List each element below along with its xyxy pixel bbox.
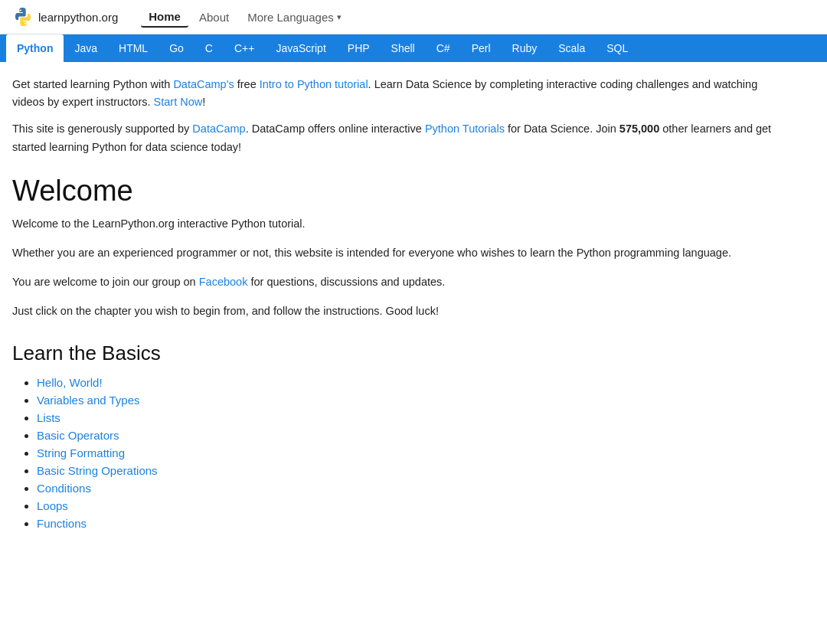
list-item: Basic String Operations — [37, 464, 784, 477]
more-languages-label: More Languages — [247, 11, 334, 24]
lang-html[interactable]: HTML — [108, 34, 159, 62]
link-hello-world[interactable]: Hello, World! — [37, 376, 103, 389]
intro-paragraph-2: This site is generously supported by Dat… — [12, 120, 784, 155]
list-item: Loops — [37, 499, 784, 512]
link-string-formatting[interactable]: String Formatting — [37, 446, 125, 459]
datacamp-link-2[interactable]: DataCamp — [192, 123, 245, 135]
site-logo[interactable]: learnpython.org — [12, 6, 118, 28]
lang-javascript[interactable]: JavaScript — [265, 34, 336, 62]
svg-point-0 — [20, 10, 21, 11]
lang-perl[interactable]: Perl — [461, 34, 502, 62]
more-languages-dropdown[interactable]: More Languages ▾ — [240, 8, 349, 27]
welcome-heading: Welcome — [12, 175, 784, 208]
list-item: Conditions — [37, 482, 784, 495]
link-conditions[interactable]: Conditions — [37, 482, 91, 495]
list-item: String Formatting — [37, 446, 784, 459]
nav-about[interactable]: About — [191, 8, 237, 27]
svg-point-1 — [25, 23, 26, 25]
learner-count: 575,000 — [619, 123, 659, 135]
nav-home[interactable]: Home — [141, 7, 188, 28]
python-logo-icon — [12, 6, 34, 28]
top-navigation: learnpython.org Home About More Language… — [0, 0, 827, 34]
link-variables-types[interactable]: Variables and Types — [37, 394, 140, 407]
lang-java[interactable]: Java — [64, 34, 108, 62]
link-basic-operators[interactable]: Basic Operators — [37, 429, 119, 442]
lang-c[interactable]: C — [194, 34, 224, 62]
lang-cpp[interactable]: C++ — [224, 34, 265, 62]
learn-basics-heading: Learn the Basics — [12, 342, 784, 365]
intro-tutorial-link[interactable]: Intro to Python tutorial — [260, 78, 368, 90]
link-lists[interactable]: Lists — [37, 411, 60, 424]
main-content: Get started learning Python with DataCam… — [0, 62, 796, 548]
lang-go[interactable]: Go — [159, 34, 194, 62]
datacamp-link-1[interactable]: DataCamp's — [173, 78, 234, 90]
top-nav-links: Home About More Languages ▾ — [141, 7, 348, 28]
lang-scala[interactable]: Scala — [548, 34, 596, 62]
link-functions[interactable]: Functions — [37, 517, 87, 530]
welcome-para-1: Welcome to the LearnPython.org interacti… — [12, 215, 784, 234]
link-loops[interactable]: Loops — [37, 499, 68, 512]
lang-sql[interactable]: SQL — [596, 34, 639, 62]
site-title: learnpython.org — [38, 11, 118, 24]
lang-csharp[interactable]: C# — [426, 34, 461, 62]
list-item: Basic Operators — [37, 429, 784, 442]
welcome-para-3: You are welcome to join our group on Fac… — [12, 273, 784, 292]
facebook-link[interactable]: Facebook — [199, 276, 248, 288]
start-now-link[interactable]: Start Now — [154, 96, 203, 108]
basics-link-list: Hello, World! Variables and Types Lists … — [12, 376, 784, 530]
list-item: Hello, World! — [37, 376, 784, 389]
language-bar: Python Java HTML Go C C++ JavaScript PHP… — [0, 34, 827, 62]
list-item: Variables and Types — [37, 394, 784, 407]
lang-php[interactable]: PHP — [337, 34, 381, 62]
lang-python[interactable]: Python — [6, 34, 64, 62]
list-item: Functions — [37, 517, 784, 530]
lang-shell[interactable]: Shell — [381, 34, 426, 62]
welcome-para-4: Just click on the chapter you wish to be… — [12, 302, 784, 321]
python-tutorials-link[interactable]: Python Tutorials — [425, 123, 505, 135]
chevron-down-icon: ▾ — [337, 12, 342, 22]
intro-paragraph-1: Get started learning Python with DataCam… — [12, 76, 784, 111]
lang-ruby[interactable]: Ruby — [502, 34, 548, 62]
welcome-para-2: Whether you are an experienced programme… — [12, 244, 784, 263]
list-item: Lists — [37, 411, 784, 424]
link-basic-string-operations[interactable]: Basic String Operations — [37, 464, 158, 477]
